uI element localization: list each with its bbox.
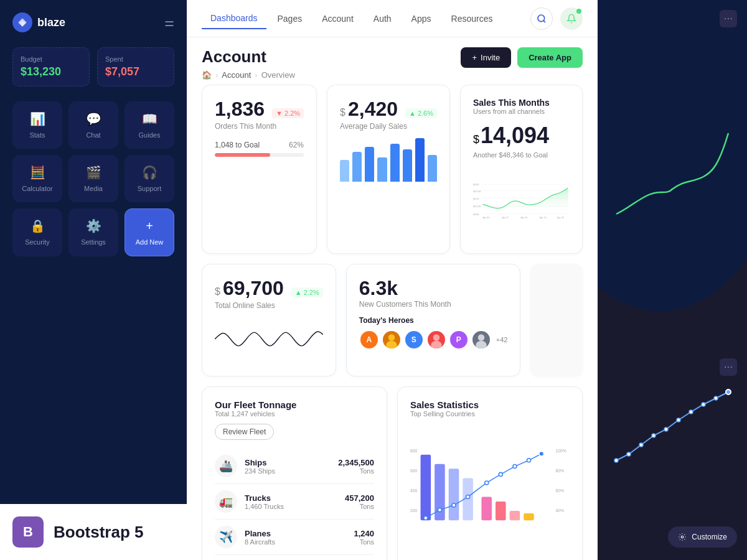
sidebar-item-settings[interactable]: ⚙️ Settings: [68, 208, 118, 256]
dot-7: [513, 465, 517, 469]
trucks-info: Trucks 1,460 Trucks: [245, 493, 337, 510]
notification-button[interactable]: [560, 7, 583, 30]
logo-icon: [12, 12, 32, 32]
page-header-row: Account 🏠 › Account › Overview + Invite …: [187, 37, 598, 85]
dot-6: [499, 472, 502, 476]
guides-label: Guides: [139, 131, 161, 139]
sales-stats-subtitle: Top Selling Countries: [410, 410, 570, 418]
chat-label: Chat: [86, 131, 100, 139]
nav-auth[interactable]: Auth: [365, 9, 400, 29]
daily-sales-badge: ▲ 2.6%: [405, 108, 437, 118]
dot-1: [424, 516, 428, 520]
bar-country-1: [421, 455, 431, 520]
security-icon: 🔒: [30, 218, 45, 233]
svg-text:$17K: $17K: [473, 197, 479, 200]
sidebar-item-support[interactable]: 🎧 Support: [125, 155, 174, 202]
sales-stats-title: Sales Statistics: [410, 399, 570, 410]
page-header: Account 🏠 › Account › Overview: [202, 47, 295, 80]
svg-text:$13.5K: $13.5K: [473, 205, 481, 208]
sidebar-item-add-new[interactable]: + Add New: [125, 208, 174, 256]
nav-pages[interactable]: Pages: [269, 9, 311, 29]
sidebar-item-security[interactable]: 🔒 Security: [12, 208, 62, 256]
review-fleet-button[interactable]: Review Fleet: [215, 424, 274, 440]
svg-text:100%: 100%: [555, 449, 566, 453]
budget-card: Budget $13,230: [12, 47, 90, 86]
spent-label: Spent: [105, 55, 166, 63]
sales-goal-text: Another $48,346 to Goal: [473, 151, 570, 159]
nav-apps[interactable]: Apps: [403, 9, 440, 29]
breadcrumb-page: Overview: [261, 70, 295, 80]
heroes-count: +42: [496, 336, 508, 343]
sales-statistics-chart: 800 600 400 200 100% 80% 60% 40%: [410, 424, 570, 560]
sales-prefix: $: [473, 133, 479, 146]
svg-text:60%: 60%: [555, 488, 564, 493]
orders-card: 1,836 ▼ 2.2% Orders This Month 1,048 to …: [202, 85, 317, 254]
create-app-button[interactable]: Create App: [517, 47, 583, 68]
ships-tons: 2,345,500: [338, 458, 374, 467]
app-name: blaze: [37, 16, 65, 29]
dot-4: [466, 495, 470, 499]
notification-dot: [576, 9, 581, 14]
avatar-2: [382, 330, 402, 350]
support-label: Support: [138, 185, 162, 192]
right-lower-icon[interactable]: ⋯: [720, 358, 737, 376]
fleet-card: Our Fleet Tonnage Total 1,247 vehicles R…: [202, 386, 387, 560]
planes-value-cell: 1,240 Tons: [354, 529, 374, 546]
trucks-name: Trucks: [245, 493, 337, 503]
nav-dashboards[interactable]: Dashboards: [202, 8, 266, 29]
sales-statistics-card: Sales Statistics Top Selling Countries 8…: [397, 386, 583, 560]
search-button[interactable]: [530, 7, 553, 30]
right-dot-5: [664, 427, 668, 431]
svg-point-18: [433, 334, 440, 341]
stats-label: Stats: [29, 131, 45, 139]
daily-sales-badge-arrow: ▲: [409, 110, 416, 117]
right-dot-7: [689, 410, 693, 414]
menu-icon[interactable]: ⚌: [164, 16, 174, 29]
right-panel-lower: ⋯: [598, 348, 747, 485]
online-sales-card: $ 69,700 ▲ 2.2% Total Online Sales: [202, 264, 336, 376]
bar-6: [403, 149, 412, 182]
nav-account[interactable]: Account: [313, 9, 362, 29]
svg-text:Apr 10: Apr 10: [520, 217, 527, 219]
dashboard-scroll: 1,836 ▼ 2.2% Orders This Month 1,048 to …: [187, 85, 598, 560]
sales-continuation-card: [530, 264, 583, 376]
trucks-icon: 🚛: [215, 490, 237, 513]
sidebar-logo: blaze: [12, 12, 65, 32]
nav-resources[interactable]: Resources: [443, 9, 502, 29]
daily-sales-badge-value: 2.6%: [418, 110, 433, 117]
sidebar-item-chat[interactable]: 💬 Chat: [68, 101, 118, 149]
orders-progress-bar: [215, 153, 304, 157]
online-sales-badge-value: 2.2%: [304, 289, 319, 296]
invite-button[interactable]: + Invite: [461, 47, 511, 68]
dot-5: [485, 481, 489, 485]
orders-label: Orders This Month: [215, 122, 304, 131]
svg-text:40%: 40%: [555, 508, 564, 513]
dot-3: [452, 503, 456, 507]
new-customers-value: 6.3k: [359, 277, 398, 299]
sidebar-header: blaze ⚌: [12, 12, 174, 32]
trucks-tons: 457,200: [345, 493, 374, 503]
sidebar-item-media[interactable]: 🎬 Media: [68, 155, 118, 202]
right-dot-9: [714, 396, 718, 400]
right-dot-2: [627, 452, 631, 456]
sidebar-item-calculator[interactable]: 🧮 Calculator: [12, 155, 62, 202]
top-nav: Dashboards Pages Account Auth Apps Resou…: [187, 0, 598, 37]
sidebar-item-stats[interactable]: 📊 Stats: [12, 101, 62, 149]
online-sales-badge: ▲ 2.2%: [291, 287, 323, 297]
bar-5: [390, 144, 400, 182]
breadcrumb-section: Account: [222, 70, 251, 80]
ships-count: 234 Ships: [245, 467, 331, 475]
trucks-value-cell: 457,200 Tons: [345, 493, 374, 510]
customize-button[interactable]: Customize: [668, 526, 737, 548]
svg-text:$10K: $10K: [473, 213, 479, 216]
daily-sales-chart: [340, 138, 437, 182]
planes-count: 8 Aircrafts: [245, 538, 346, 546]
wave-chart: [215, 317, 323, 363]
svg-point-0: [538, 15, 545, 22]
settings-label: Settings: [81, 238, 106, 246]
right-dot-6: [677, 418, 680, 422]
sidebar-item-guides[interactable]: 📖 Guides: [125, 101, 174, 149]
right-menu-icon[interactable]: ⋯: [720, 10, 737, 27]
svg-text:80%: 80%: [555, 469, 564, 473]
svg-text:800: 800: [410, 449, 418, 453]
